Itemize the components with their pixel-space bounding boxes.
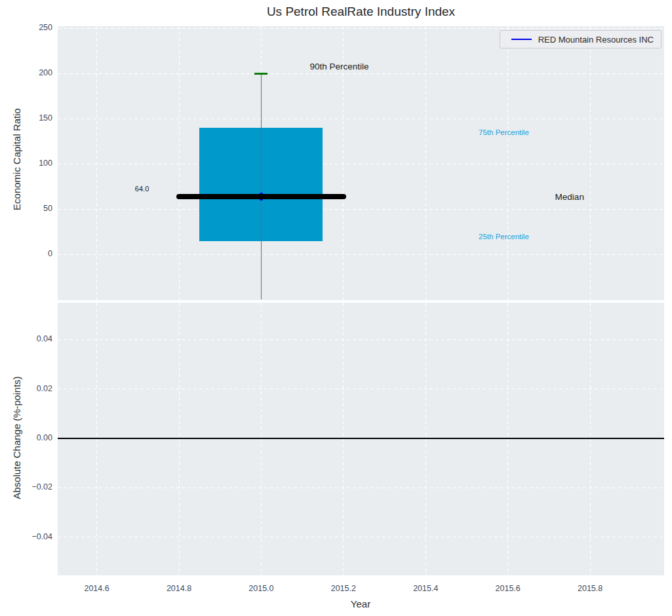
y-tick-label: 50 (13, 204, 52, 213)
legend-label: RED Mountain Resources INC (538, 35, 654, 45)
x-tick-label: 2014.8 (156, 584, 202, 593)
x-tick-label: 2015.0 (238, 584, 284, 593)
x-tick-label: 2015.8 (567, 584, 613, 593)
gridline-horizontal (58, 73, 664, 74)
x-axis-label: Year (351, 598, 370, 609)
gridline-vertical (425, 303, 426, 575)
figure: Us Petrol RealRate Industry Index Econom… (0, 0, 672, 616)
annotation-median: Median (555, 191, 584, 201)
y-tick-label: 250 (13, 23, 52, 32)
y-tick-label: 0 (13, 249, 52, 258)
y-tick-label: −0.04 (13, 532, 52, 541)
annotation-25th-percentile: 25th Percentile (479, 233, 529, 241)
gridline-vertical (590, 303, 591, 575)
gridline-vertical (261, 303, 262, 575)
annotation-75th-percentile: 75th Percentile (479, 128, 529, 136)
gridline-horizontal (58, 339, 664, 340)
gridline-horizontal (58, 119, 664, 119)
annotation-90th-percentile: 90th Percentile (310, 62, 369, 71)
gridline-vertical (179, 303, 180, 575)
y-tick-label: 0.04 (13, 334, 52, 343)
chart-title: Us Petrol RealRate Industry Index (58, 5, 664, 19)
whisker-line (261, 73, 262, 299)
legend-line-icon (511, 39, 532, 41)
y-tick-label: −0.02 (13, 482, 52, 491)
gridline-vertical (343, 303, 344, 575)
y-tick-label: 100 (13, 159, 52, 168)
gridline-horizontal (58, 537, 664, 537)
gridline-horizontal (58, 164, 664, 164)
annotation-64-0: 64.0 (135, 185, 149, 193)
x-tick-label: 2014.6 (74, 584, 120, 593)
y-tick-label: 0.02 (13, 384, 52, 393)
gridline-horizontal (58, 254, 664, 255)
bottom-plot-panel (58, 303, 664, 575)
cap-90th-percentile (254, 73, 267, 75)
y-tick-label: 150 (13, 113, 52, 123)
x-tick-label: 2015.6 (485, 584, 531, 593)
y-tick-label: 0.00 (13, 433, 52, 442)
x-tick-label: 2015.2 (321, 584, 366, 593)
gridline-horizontal (58, 389, 664, 389)
gridline-vertical (96, 303, 97, 575)
zero-baseline (58, 438, 664, 439)
gridline-horizontal (58, 488, 664, 488)
x-tick-label: 2015.4 (403, 584, 448, 593)
legend: RED Mountain Resources INC (500, 30, 662, 48)
gridline-vertical (507, 303, 508, 575)
median-line (176, 194, 346, 199)
gridline-horizontal (58, 28, 664, 29)
gridline-horizontal (58, 209, 664, 210)
y-tick-label: 200 (13, 68, 52, 77)
